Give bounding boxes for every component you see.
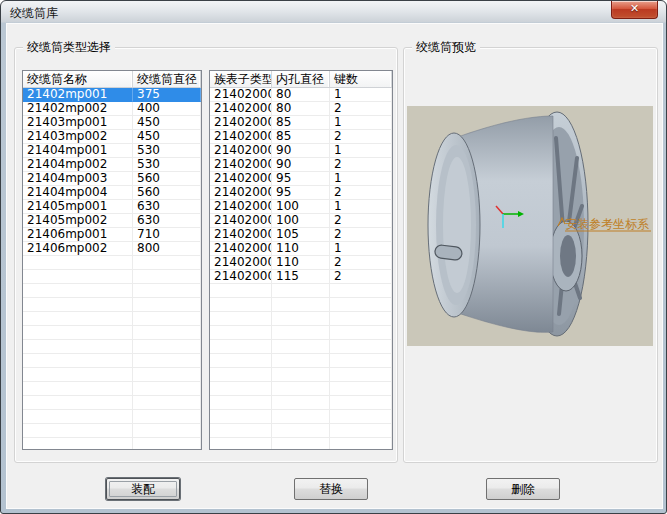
table-row-empty[interactable] [23, 284, 201, 298]
table-cell[interactable]: 2 [330, 186, 392, 200]
table-cell[interactable]: 2 [330, 214, 392, 228]
table-cell[interactable] [210, 326, 272, 340]
table-cell[interactable]: 85 [272, 116, 330, 130]
table-row-empty[interactable] [210, 368, 392, 382]
table-cell[interactable] [272, 410, 330, 424]
table-cell[interactable]: 2140200012 [210, 102, 272, 116]
table-cell[interactable]: 95 [272, 172, 330, 186]
table-cell[interactable]: 560 [133, 172, 201, 186]
table-cell[interactable] [210, 396, 272, 410]
table-cell[interactable]: 2140200046 [210, 242, 272, 256]
table-row[interactable]: 21402000221152 [210, 270, 392, 284]
table-row-empty[interactable] [210, 382, 392, 396]
table-cell[interactable]: 21402mp002 [23, 102, 133, 116]
table-cell[interactable]: 1 [330, 200, 392, 214]
table-cell[interactable] [133, 270, 201, 284]
table-row[interactable]: 21406mp001710 [23, 228, 201, 242]
column-header[interactable]: 内孔直径 [272, 71, 330, 87]
subtype-table[interactable]: 族表子类型内孔直径键数21402000118012140200012802214… [209, 70, 393, 450]
table-row[interactable]: 21404mp002530 [23, 158, 201, 172]
table-cell[interactable]: 21406mp002 [23, 242, 133, 256]
table-cell[interactable] [272, 438, 330, 450]
table-cell[interactable] [272, 382, 330, 396]
table-cell[interactable] [23, 284, 133, 298]
table-row[interactable]: 21405mp002630 [23, 214, 201, 228]
preview-viewport[interactable]: 安装参考坐标系 [407, 106, 653, 346]
table-cell[interactable]: 80 [272, 102, 330, 116]
table-row-empty[interactable] [23, 298, 201, 312]
table-row-empty[interactable] [23, 256, 201, 270]
table-row-empty[interactable] [23, 410, 201, 424]
table-cell[interactable] [133, 354, 201, 368]
table-cell[interactable] [210, 424, 272, 438]
table-cell[interactable]: 450 [133, 130, 201, 144]
table-cell[interactable]: 1 [330, 242, 392, 256]
table-cell[interactable] [133, 326, 201, 340]
table-cell[interactable]: 105 [272, 228, 330, 242]
table-row-empty[interactable] [210, 396, 392, 410]
table-cell[interactable] [272, 326, 330, 340]
table-row-empty[interactable] [23, 382, 201, 396]
table-cell[interactable]: 710 [133, 228, 201, 242]
table-cell[interactable]: 2140200045 [210, 200, 272, 214]
table-cell[interactable]: 115 [272, 270, 330, 284]
table-row[interactable]: 21403mp001450 [23, 116, 201, 130]
table-cell[interactable] [330, 396, 392, 410]
table-cell[interactable]: 2140200019 [210, 214, 272, 228]
table-cell[interactable] [133, 368, 201, 382]
table-cell[interactable] [133, 284, 201, 298]
table-cell[interactable]: 2140200011 [210, 88, 272, 102]
table-row[interactable]: 2140200017951 [210, 172, 392, 186]
table-cell[interactable]: 85 [272, 130, 330, 144]
table-cell[interactable] [210, 368, 272, 382]
table-row[interactable]: 21403mp002450 [23, 130, 201, 144]
table-cell[interactable]: 110 [272, 242, 330, 256]
table-row-empty[interactable] [210, 424, 392, 438]
table-cell[interactable] [133, 298, 201, 312]
table-row-empty[interactable] [23, 326, 201, 340]
table-cell[interactable] [210, 438, 272, 450]
table-cell[interactable] [210, 340, 272, 354]
table-row[interactable]: 21402mp001375 [23, 88, 201, 102]
column-header[interactable]: 绞缆筒名称 [23, 71, 133, 87]
table-row-empty[interactable] [210, 410, 392, 424]
table-cell[interactable] [330, 382, 392, 396]
table-cell[interactable] [133, 410, 201, 424]
table-cell[interactable]: 110 [272, 256, 330, 270]
table-cell[interactable] [330, 368, 392, 382]
column-header[interactable]: 键数 [330, 71, 392, 87]
table-cell[interactable] [23, 382, 133, 396]
table-cell[interactable]: 21405mp001 [23, 200, 133, 214]
table-cell[interactable]: 2 [330, 158, 392, 172]
table-row[interactable]: 21402000191002 [210, 214, 392, 228]
table-row-empty[interactable] [210, 438, 392, 450]
table-cell[interactable] [210, 298, 272, 312]
table-row-empty[interactable] [210, 312, 392, 326]
table-cell[interactable] [23, 298, 133, 312]
table-cell[interactable] [272, 312, 330, 326]
table-cell[interactable] [330, 410, 392, 424]
table-cell[interactable]: 2140200015 [210, 144, 272, 158]
table-cell[interactable] [23, 438, 133, 450]
table-cell[interactable] [210, 312, 272, 326]
table-cell[interactable] [272, 298, 330, 312]
table-cell[interactable] [23, 354, 133, 368]
table-row[interactable]: 21404mp004560 [23, 186, 201, 200]
table-cell[interactable] [330, 326, 392, 340]
table-cell[interactable] [272, 368, 330, 382]
table-cell[interactable]: 2 [330, 256, 392, 270]
table-cell[interactable]: 21406mp001 [23, 228, 133, 242]
table-row-empty[interactable] [23, 424, 201, 438]
table-row[interactable]: 2140200011801 [210, 88, 392, 102]
table-row[interactable]: 21402000201052 [210, 228, 392, 242]
table-cell[interactable] [23, 340, 133, 354]
table-cell[interactable]: 2 [330, 102, 392, 116]
table-cell[interactable] [23, 326, 133, 340]
table-cell[interactable]: 375 [133, 88, 201, 102]
table-cell[interactable] [272, 354, 330, 368]
table-cell[interactable]: 630 [133, 200, 201, 214]
table-cell[interactable] [133, 396, 201, 410]
table-cell[interactable]: 2 [330, 228, 392, 242]
table-row-empty[interactable] [23, 340, 201, 354]
table-cell[interactable]: 21404mp002 [23, 158, 133, 172]
